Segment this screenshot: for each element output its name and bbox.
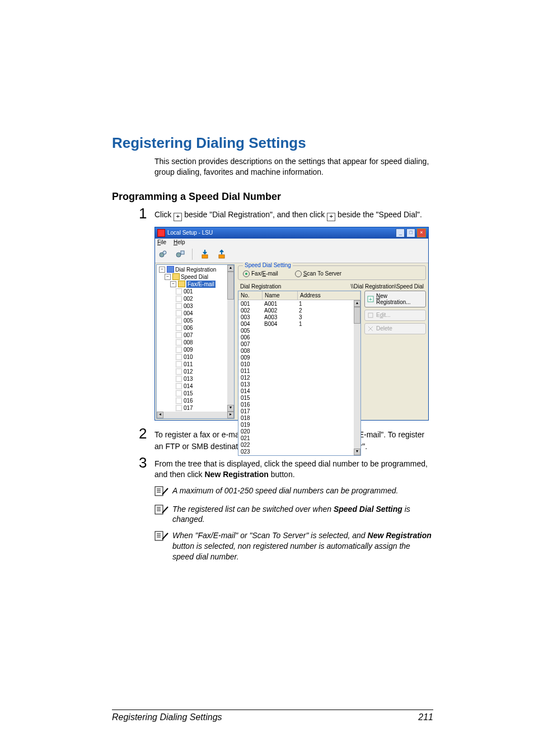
tree-number-item[interactable]: 016 <box>176 397 234 404</box>
svg-rect-3 <box>181 251 184 254</box>
tree-fax-email[interactable]: −Fax/E-mail <box>170 281 234 288</box>
list-row[interactable]: 018 <box>238 415 360 422</box>
menu-file[interactable]: FFileile <box>157 239 166 245</box>
menu-help[interactable]: HHelpelp <box>174 239 185 245</box>
svg-rect-5 <box>219 255 224 258</box>
tree-number-item[interactable]: 006 <box>176 324 234 332</box>
note-2-text-a: The registered list can be switched over… <box>172 505 334 514</box>
radio-fax-email[interactable]: Fax/E-mail Fax/E-mail <box>243 270 278 277</box>
list-row[interactable]: 006 <box>238 334 360 341</box>
list-row[interactable]: 010 <box>238 361 360 368</box>
list-row[interactable]: 002A0022 <box>238 307 360 314</box>
toolbar-upload-icon[interactable] <box>216 248 227 260</box>
window-title: Local Setup - LSU <box>167 230 213 236</box>
list-row[interactable]: 004B0041 <box>238 321 360 328</box>
edit-button[interactable]: Edit... Edit... <box>364 310 426 321</box>
embedded-screenshot: Local Setup - LSU _ □ × FFileile HHelpel… <box>154 227 429 421</box>
speed-dial-setting-group: Speed Dial Setting Fax/E-mail Fax/E-mail… <box>238 265 426 280</box>
list-scrollbar-vertical[interactable]: ▴ ▾ <box>354 300 360 455</box>
note-3-text-a: When "Fax/E-mail" or "Scan To Server" is… <box>172 531 368 540</box>
note-1-text: A maximum of 001-250 speed dial numbers … <box>172 486 398 498</box>
maximize-button[interactable]: □ <box>406 228 415 237</box>
tree-view[interactable]: −Dial Registration−Speed Dial−Fax/E-mail… <box>156 264 235 419</box>
tree-number-item[interactable]: 015 <box>176 390 234 397</box>
list-row[interactable]: 016 <box>238 402 360 408</box>
svg-rect-15 <box>155 505 163 514</box>
list-view[interactable]: No. Name Address 001A0011002A0022003A003… <box>238 291 361 456</box>
tree-number-item[interactable]: 002 <box>176 295 234 302</box>
tree-number-item[interactable]: 010 <box>176 353 234 361</box>
step-number: 1 <box>139 206 154 221</box>
list-row[interactable]: 019 <box>238 422 360 428</box>
tree-number-item[interactable]: 013 <box>176 375 234 382</box>
step-1-text-c: beside the "Speed Dial". <box>338 210 422 219</box>
close-button[interactable]: × <box>417 228 426 237</box>
list-row[interactable]: 001A0011 <box>238 301 360 307</box>
col-name[interactable]: Name <box>263 291 298 300</box>
delete-button[interactable]: Delete <box>364 323 426 334</box>
tree-number-item[interactable]: 001 <box>176 288 234 295</box>
list-row[interactable]: 015 <box>238 395 360 402</box>
list-row[interactable]: 008 <box>238 348 360 354</box>
list-row[interactable]: 023 <box>238 449 360 455</box>
plus-icon: + <box>327 213 335 221</box>
tree-number-item[interactable]: 004 <box>176 310 234 317</box>
tree-number-item[interactable]: 003 <box>176 302 234 310</box>
heading-2: Programming a Speed Dial Number <box>112 191 433 203</box>
step-3-text-b: button. <box>271 470 295 479</box>
list-row[interactable]: 007 <box>238 341 360 348</box>
svg-point-2 <box>176 253 181 257</box>
tree-root-item[interactable]: −Dial Registration <box>159 266 234 273</box>
new-registration-button[interactable]: + New Registration... New Registration..… <box>364 291 426 307</box>
tree-number-item[interactable]: 017 <box>176 404 234 412</box>
heading-1: Registering Dialing Settings <box>112 134 433 152</box>
tree-number-item[interactable]: 011 <box>176 361 234 368</box>
tree-number-item[interactable]: 005 <box>176 317 234 324</box>
step-3: 3 From the tree that is displayed, click… <box>139 455 433 480</box>
tree-number-item[interactable]: 009 <box>176 346 234 353</box>
intro-text: This section provides descriptions on th… <box>154 156 433 178</box>
list-row[interactable]: 009 <box>238 354 360 361</box>
svg-rect-4 <box>202 255 208 258</box>
edit-icon <box>367 312 374 319</box>
minimize-button[interactable]: _ <box>396 228 405 237</box>
toolbar-connect-icon[interactable] <box>157 248 168 260</box>
tree-scrollbar-vertical[interactable]: ▴ ▾ <box>227 265 234 412</box>
list-row[interactable]: 003A0033 <box>238 314 360 321</box>
svg-rect-8 <box>368 313 373 318</box>
step-1-text-b: beside "Dial Registration", and then cli… <box>184 210 327 219</box>
col-no[interactable]: No. <box>238 291 263 300</box>
tree-speed-dial[interactable]: −Speed Dial <box>165 273 234 281</box>
list-row[interactable]: 013 <box>238 381 360 388</box>
list-row[interactable]: 017 <box>238 408 360 415</box>
list-row[interactable]: 011 <box>238 368 360 375</box>
list-row[interactable]: 020 <box>238 428 360 435</box>
footer-title: Registering Dialing Settings <box>112 712 222 722</box>
tree-number-item[interactable]: 014 <box>176 382 234 390</box>
tree-number-item[interactable]: 008 <box>176 339 234 346</box>
col-address[interactable]: Address <box>298 291 360 300</box>
dial-registration-path: \\Dial Registration\Speed Dial <box>281 283 424 290</box>
step-1: 1 Click + beside "Dial Registration", an… <box>139 206 433 221</box>
svg-point-1 <box>163 251 166 254</box>
step-number: 2 <box>139 426 154 453</box>
tree-scrollbar-horizontal[interactable]: ◂ ▸ <box>157 412 234 418</box>
list-row[interactable]: 005 <box>238 328 360 334</box>
note-3-bold: New Registration <box>368 531 432 540</box>
list-row[interactable]: 022 <box>238 442 360 449</box>
radio-scan-to-server[interactable]: Scan To Server Scan To Server <box>295 270 341 277</box>
footer-page-number: 211 <box>418 712 433 722</box>
list-row[interactable]: 012 <box>238 375 360 381</box>
note-3: When "Fax/E-mail" or "Scan To Server" is… <box>154 530 433 562</box>
tree-number-item[interactable]: 012 <box>176 368 234 375</box>
list-row[interactable]: 021 <box>238 435 360 442</box>
toolbar-download-icon[interactable] <box>199 248 210 260</box>
tree-number-item[interactable]: 007 <box>176 332 234 339</box>
list-row[interactable]: 014 <box>238 388 360 395</box>
toolbar-connect2-icon[interactable] <box>174 248 185 260</box>
window-titlebar: Local Setup - LSU _ □ × <box>155 227 428 239</box>
svg-text:+: + <box>369 296 372 302</box>
dial-registration-label: Dial Registration <box>240 283 281 290</box>
tool-bar <box>155 246 428 263</box>
step-number: 3 <box>139 455 154 480</box>
